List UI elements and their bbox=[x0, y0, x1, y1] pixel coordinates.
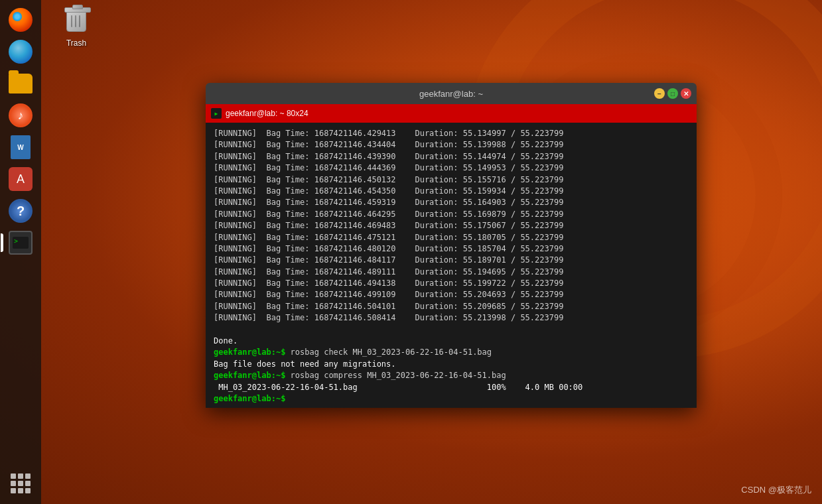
terminal-line: [RUNNING] Bag Time: 1687421146.489111 Du… bbox=[214, 267, 689, 278]
terminal-line: [RUNNING] Bag Time: 1687421146.459319 Du… bbox=[214, 197, 689, 208]
dock-item-files[interactable] bbox=[6, 69, 35, 98]
dock-item-writer[interactable]: W bbox=[6, 133, 35, 162]
terminal-line: [RUNNING] Bag Time: 1687421146.484117 Du… bbox=[214, 255, 689, 266]
terminal-line: [RUNNING] Bag Time: 1687421146.499109 Du… bbox=[214, 289, 689, 300]
grid-dot bbox=[18, 488, 23, 493]
minimize-button[interactable]: − bbox=[654, 88, 665, 99]
dock-item-software-center[interactable]: A bbox=[6, 164, 35, 194]
trash-can bbox=[66, 11, 86, 32]
writer-icon: W bbox=[11, 135, 31, 159]
terminal-line: [RUNNING] Bag Time: 1687421146.454350 Du… bbox=[214, 186, 689, 197]
maximize-button[interactable]: □ bbox=[667, 88, 678, 99]
terminal-line: geekfanr@lab:~$ rosbag check MH_03_2023-… bbox=[214, 347, 689, 358]
dock-item-help[interactable]: ? bbox=[6, 196, 35, 225]
apps-grid-icon bbox=[11, 473, 31, 493]
terminal-line: [RUNNING] Bag Time: 1687421146.494138 Du… bbox=[214, 278, 689, 289]
grid-dot bbox=[11, 481, 16, 486]
terminal-titlebar: geekfanr@lab: ~ − □ ✕ bbox=[206, 83, 697, 104]
grid-dot bbox=[25, 488, 31, 493]
terminal-line: [RUNNING] Bag Time: 1687421146.429413 Du… bbox=[214, 128, 689, 139]
terminal-line: [RUNNING] Bag Time: 1687421146.480120 Du… bbox=[214, 243, 689, 255]
dock-item-music[interactable]: ♪ bbox=[6, 101, 35, 130]
trash-line bbox=[79, 15, 80, 27]
trash-desktop-icon[interactable]: Trash bbox=[53, 7, 100, 48]
desktop: ♪ W A ? bbox=[0, 0, 822, 504]
grid-dot bbox=[11, 473, 16, 479]
trash-line bbox=[71, 15, 72, 27]
terminal-icon-inner bbox=[13, 237, 29, 249]
trash-line bbox=[75, 15, 76, 27]
window-controls: − □ ✕ bbox=[654, 88, 691, 99]
terminal-line: [RUNNING] Bag Time: 1687421146.439390 Du… bbox=[214, 151, 689, 162]
grid-dot bbox=[11, 488, 16, 493]
help-icon: ? bbox=[9, 199, 33, 223]
trash-label: Trash bbox=[66, 38, 86, 48]
terminal-line: Bag file does not need any migrations. bbox=[214, 359, 689, 370]
terminal-line: [RUNNING] Bag Time: 1687421146.508414 Du… bbox=[214, 312, 689, 324]
terminal-line: [RUNNING] Bag Time: 1687421146.475121 Du… bbox=[214, 232, 689, 243]
terminal-line: [RUNNING] Bag Time: 1687421146.464295 Du… bbox=[214, 209, 689, 220]
dock-item-thunderbird[interactable] bbox=[6, 37, 35, 66]
terminal-line: [RUNNING] Bag Time: 1687421146.444369 Du… bbox=[214, 162, 689, 174]
software-center-icon: A bbox=[9, 167, 33, 191]
terminal-dock-icon bbox=[9, 231, 33, 255]
terminal-line: geekfanr@lab:~$ rosbag compress MH_03_20… bbox=[214, 370, 689, 381]
grid-dot bbox=[18, 473, 23, 479]
firefox-icon bbox=[9, 8, 33, 32]
grid-dot bbox=[25, 481, 31, 486]
terminal-tab-bar: ▶ geekfanr@lab: ~ 80x24 bbox=[206, 104, 697, 123]
watermark: CSDN @极客范儿 bbox=[741, 484, 811, 496]
terminal-line: [RUNNING] Bag Time: 1687421146.434404 Du… bbox=[214, 139, 689, 151]
close-button[interactable]: ✕ bbox=[681, 88, 691, 99]
thunderbird-icon bbox=[9, 40, 33, 64]
dock-item-apps-grid[interactable] bbox=[6, 470, 35, 499]
tab-terminal-icon: ▶ bbox=[211, 108, 222, 119]
terminal-tab-title: geekfanr@lab: ~ 80x24 bbox=[226, 109, 308, 118]
terminal-window: geekfanr@lab: ~ − □ ✕ ▶ geekfanr@lab: ~ … bbox=[206, 83, 697, 408]
dock-item-firefox[interactable] bbox=[6, 5, 35, 34]
terminal-line bbox=[214, 324, 689, 336]
terminal-line: [RUNNING] Bag Time: 1687421146.450132 Du… bbox=[214, 174, 689, 186]
terminal-line: Done. bbox=[214, 336, 689, 347]
application-dock: ♪ W A ? bbox=[0, 0, 41, 504]
music-icon: ♪ bbox=[9, 103, 33, 127]
grid-dot bbox=[25, 473, 31, 479]
terminal-line: [RUNNING] Bag Time: 1687421146.504101 Du… bbox=[214, 301, 689, 312]
trash-lines bbox=[71, 15, 80, 27]
dock-item-terminal[interactable] bbox=[6, 228, 35, 257]
grid-dot bbox=[18, 481, 23, 486]
terminal-line: [RUNNING] Bag Time: 1687421146.469483 Du… bbox=[214, 220, 689, 231]
trash-icon-image bbox=[62, 7, 91, 36]
terminal-content[interactable]: [RUNNING] Bag Time: 1687421146.429413 Du… bbox=[206, 123, 697, 408]
files-icon bbox=[9, 74, 33, 94]
terminal-line: MH_03_2023-06-22-16-04-51.bag 100% 4.0 M… bbox=[214, 382, 689, 393]
terminal-line: geekfanr@lab:~$ bbox=[214, 393, 689, 405]
terminal-title: geekfanr@lab: ~ bbox=[419, 89, 483, 99]
